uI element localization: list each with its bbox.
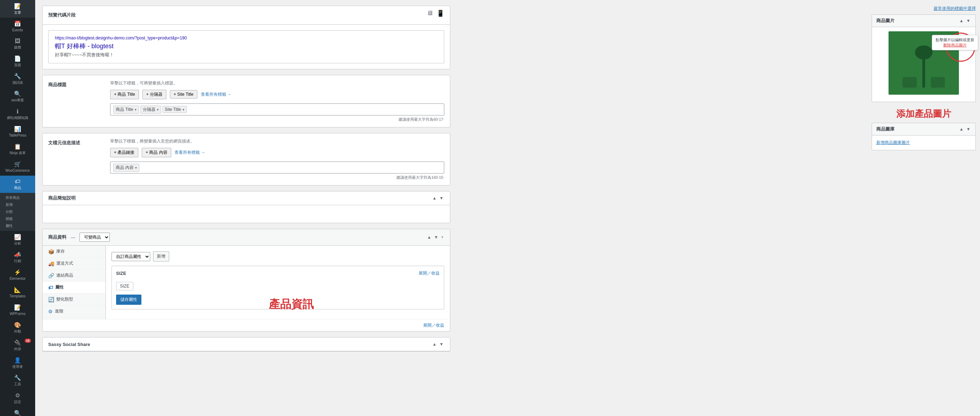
- tab-variations[interactable]: 🔄 變化類型: [43, 293, 105, 306]
- sidebar-item-tablepress[interactable]: 📊 TablePress: [0, 123, 35, 140]
- product-image-down-btn[interactable]: ▼: [966, 18, 971, 24]
- add-site-title-btn[interactable]: + Site Title: [170, 90, 197, 99]
- product-image-header: 商品圖片 ▲ ▼: [872, 15, 975, 27]
- media-icon: 🖼: [15, 38, 21, 45]
- tab-linked[interactable]: 🔗 連結商品: [43, 269, 105, 282]
- sidebar-item-category[interactable]: 分類: [6, 208, 32, 215]
- meta-desc-section: 文檔元信息描述 單擊以下標籤，將變量插入至您的網頁描述。 + 產品鏈接 + 商品…: [43, 133, 450, 185]
- preview-url: https://mao-t/blogtest.designhu-demo.com…: [55, 35, 438, 40]
- sidebar-item-elementor[interactable]: ⚡ Elementor: [0, 266, 35, 284]
- desktop-icon[interactable]: 🖥: [427, 10, 433, 17]
- add-product-title-btn[interactable]: + 商品 Title: [110, 90, 139, 99]
- sidebar-item-label: 頁面: [14, 63, 21, 67]
- tab-inventory[interactable]: 📦 庫存: [43, 245, 105, 258]
- view-all-tags-link[interactable]: 查看所有標籤 →: [201, 92, 231, 97]
- token-product-title[interactable]: 商品 Title ▾: [113, 105, 139, 114]
- product-data-container: 📦 庫存 🚚 運送方式 🔗 連結商品 🏷 屬性: [43, 245, 450, 319]
- sidebar-item-ninja-table[interactable]: 📋 Ninja 表單: [0, 140, 35, 158]
- sidebar-item-label: WooCommerce: [5, 169, 30, 173]
- product-data-controls: ▲ ▼ +: [426, 234, 444, 241]
- shipping-icon: 🚚: [48, 261, 54, 266]
- sassy-up-btn[interactable]: ▲: [432, 341, 437, 347]
- sidebar-item-seo-expert[interactable]: 🔍 seo專業: [0, 88, 35, 105]
- product-data-up-btn[interactable]: ▲: [426, 234, 432, 241]
- product-data-add-btn[interactable]: +: [441, 234, 444, 241]
- product-image-container[interactable]: 點擊圖片以編輯或更新 刪除商品圖片: [876, 31, 971, 95]
- product-gallery-body: 新增商品圖庫圖片: [872, 135, 975, 150]
- product-gallery-down-btn[interactable]: ▼: [966, 126, 971, 132]
- svg-rect-6: [903, 77, 917, 88]
- size-badge: SIZE: [116, 282, 133, 290]
- sassy-panel: Sassy Social Share ▲ ▼: [42, 337, 450, 352]
- sidebar-item-tools[interactable]: 🔧 工具: [0, 371, 35, 389]
- sidebar-item-test[interactable]: 🔧 測試搞: [0, 70, 35, 88]
- save-attr-btn[interactable]: 儲存屬性: [116, 295, 142, 305]
- product-image-section: 商品圖片 ▲ ▼: [872, 14, 976, 102]
- product-data-down-btn[interactable]: ▼: [433, 234, 439, 241]
- sidebar-item-posts[interactable]: 📝 文章: [0, 0, 35, 18]
- sidebar-item-products[interactable]: 🏷 商品: [0, 175, 35, 193]
- product-gallery-up-btn[interactable]: ▲: [959, 126, 964, 132]
- meta-title-token-row[interactable]: 商品 Title ▾ 分隔器 ▾ Site Title ▾: [110, 104, 444, 115]
- delete-image-link[interactable]: 刪除商品圖片: [943, 43, 967, 47]
- sidebar-item-new-product[interactable]: 新增: [6, 201, 32, 208]
- sidebar-item-tag[interactable]: 標籤: [6, 215, 32, 222]
- view-all-desc-tags-link[interactable]: 查看所有標籤 →: [175, 150, 205, 155]
- sidebar-item-all-products[interactable]: 所有商品: [6, 194, 32, 201]
- sidebar-item-settings[interactable]: ⚙ 設定: [0, 389, 35, 407]
- tab-attributes-label: 屬性: [55, 284, 64, 290]
- sidebar-item-label: 分析: [14, 241, 21, 245]
- token-site-title[interactable]: Site Title ▾: [162, 106, 187, 113]
- sassy-down-btn[interactable]: ▼: [439, 341, 444, 347]
- main-content: 預覽代碼片段 🖥 📱 https://mao-t/blogtest.design…: [35, 0, 867, 416]
- sidebar-item-events[interactable]: 📅 Events: [0, 18, 35, 35]
- sidebar-item-analytics[interactable]: 📈 分析: [0, 231, 35, 249]
- add-product-content-btn[interactable]: + 商品 內容: [142, 148, 171, 157]
- product-image-up-btn[interactable]: ▲: [959, 18, 964, 24]
- add-product-link-btn[interactable]: + 產品鏈接: [110, 148, 138, 157]
- meta-title-char-hint: 建議使用最大字符為60·17·: [110, 117, 444, 122]
- svg-rect-5: [922, 56, 925, 88]
- sidebar-item-appearance[interactable]: 🎨 外觀: [0, 319, 35, 336]
- tab-shipping[interactable]: 🚚 運送方式: [43, 258, 105, 269]
- sidebar-item-plugins[interactable]: 🔌 外掛 15: [0, 336, 35, 354]
- add-attr-btn[interactable]: 新增: [153, 251, 169, 261]
- expand-link-2[interactable]: 展開／收益: [423, 322, 444, 328]
- token-product-content[interactable]: 商品 內容 ▾: [113, 164, 139, 172]
- sidebar-item-wpforms[interactable]: 📝 WPForms: [0, 301, 35, 319]
- short-desc-panel: 商品簡短説明 ▲ ▼: [42, 191, 450, 223]
- sidebar-item-all-in-one-seo[interactable]: 🔍 All in One SEO: [0, 407, 35, 416]
- mobile-icon[interactable]: 📱: [436, 10, 444, 17]
- attr-type-select[interactable]: 自訂商品屬性: [111, 252, 150, 261]
- expand-link-1[interactable]: 展開／收益: [418, 270, 440, 276]
- token-chevron-icon: ▾: [157, 108, 159, 112]
- product-type-select[interactable]: 簡單商品 可變商品 外部商品 組合商品: [80, 233, 110, 242]
- tab-attributes[interactable]: 🏷 屬性: [43, 282, 105, 293]
- short-desc-up-btn[interactable]: ▲: [432, 195, 437, 201]
- most-used-link[interactable]: 最常使用的標籤中選擇: [872, 6, 976, 12]
- tab-advanced-label: 進階: [55, 308, 63, 314]
- token-separator[interactable]: 分隔器 ▾: [140, 105, 161, 114]
- add-separator-btn[interactable]: + 分隔器: [142, 90, 166, 99]
- add-gallery-link[interactable]: 新增商品圖庫圖片: [876, 140, 910, 145]
- sidebar-item-media[interactable]: 🖼 媒體: [0, 35, 35, 53]
- svg-rect-4: [945, 54, 957, 75]
- sidebar-item-users[interactable]: 👤 使用者: [0, 354, 35, 371]
- sidebar-item-site-info[interactable]: ℹ 網站相關知識: [0, 105, 35, 123]
- tab-advanced[interactable]: ⚙ 進階: [43, 306, 105, 317]
- meta-desc-token-row[interactable]: 商品 內容 ▾: [110, 161, 444, 174]
- sidebar-item-label: 測試搞: [12, 81, 23, 85]
- action-icon: 📣: [14, 251, 21, 258]
- meta-desc-tags: + 產品鏈接 + 商品 內容 查看所有標籤 →: [110, 148, 444, 159]
- sidebar-item-templates[interactable]: 📐 Templates: [0, 284, 35, 301]
- preview-link-title[interactable]: 帽T 好棒棒 - blogtest: [55, 43, 114, 49]
- tab-inventory-label: 庫存: [56, 249, 65, 255]
- short-desc-down-btn[interactable]: ▼: [439, 195, 444, 201]
- sidebar-item-action[interactable]: 📣 行銷: [0, 249, 35, 266]
- sidebar-item-attribute[interactable]: 屬性: [6, 222, 32, 230]
- meta-title-label: 商品標題: [48, 82, 105, 88]
- sidebar-item-pages[interactable]: 📄 頁面: [0, 53, 35, 70]
- sidebar-item-woocommerce[interactable]: 🛒 WooCommerce: [0, 158, 35, 175]
- image-tooltip: 點擊圖片以編輯或更新 刪除商品圖片: [932, 35, 978, 50]
- short-desc-title: 商品簡短説明: [48, 195, 76, 201]
